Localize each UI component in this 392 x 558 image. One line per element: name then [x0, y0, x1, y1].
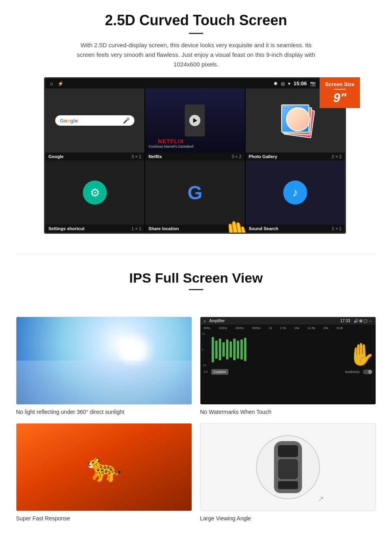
netflix-logo: NETFLIX [148, 138, 193, 145]
amp-bar-6 [230, 341, 232, 358]
cheetah-emoji: 🐆 [87, 451, 122, 484]
app-cell-netflix[interactable]: NETFLIX Continue Marvel's Daredevil Netf… [145, 88, 244, 161]
toggle-knob [368, 370, 372, 374]
badge-label: Screen Size [325, 81, 354, 87]
amplifier-visual: ⌂ Amplifier 17:33 🔊 ⊠ ▢ ← 60hz 100hz 200… [200, 317, 376, 404]
cheetah-image: 🐆 [16, 423, 192, 511]
status-time: 15:06 [294, 80, 307, 86]
bluetooth-icon: ✱ [274, 81, 278, 86]
maps-letter-icon: G [188, 182, 202, 204]
google-logo: Google [60, 118, 78, 124]
amp-bar-8 [237, 341, 239, 359]
share-name: Share location [148, 226, 179, 231]
google-mic-icon[interactable]: 🎤 [123, 117, 130, 124]
feature-sunlight: No light reflecting under 360° direct su… [16, 317, 192, 415]
car-topview: ↗ [256, 435, 320, 499]
app-cell-settings[interactable]: ⚙ Settings shortcut 1 × 1 [45, 161, 144, 233]
section-divider-hr [16, 254, 376, 254]
google-name: Google [48, 154, 64, 159]
section-ips: IPS Full Screen View [0, 266, 392, 309]
settings-name: Settings shortcut [48, 226, 84, 231]
app-grid-bottom: ⚙ Settings shortcut 1 × 1 G 🤚 [45, 161, 345, 233]
section-curved-touch: 2.5D Curved Touch Screen With 2.5D curve… [0, 0, 392, 242]
amp-bar-1 [212, 337, 214, 362]
play-button[interactable] [189, 115, 200, 126]
amp-bar-3 [219, 339, 221, 360]
netflix-info: NETFLIX Continue Marvel's Daredevil [148, 138, 193, 149]
amp-back: << [204, 370, 208, 374]
amplifier-caption: No Watermarks When Touch [200, 409, 376, 415]
feature-cheetah: 🐆 Super Fast Response [16, 423, 192, 522]
amp-loudness: loudness [345, 370, 360, 374]
home-icon[interactable]: ⌂ [50, 81, 53, 86]
gallery-app-label: Photo Gallery 2 × 2 [246, 153, 345, 161]
play-triangle-icon [193, 118, 197, 123]
amp-controls: << Custom loudness [200, 367, 376, 376]
sound-app-label: Sound Search 1 × 1 [246, 225, 345, 233]
amp-icons: 🔊 ⊠ ▢ ← [354, 319, 372, 323]
amplifier-image: ⌂ Amplifier 17:33 🔊 ⊠ ▢ ← 60hz 100hz 200… [200, 317, 376, 405]
amp-header: ⌂ Amplifier 17:33 🔊 ⊠ ▢ ← [200, 317, 376, 325]
camera-icon: 📷 [310, 81, 316, 86]
google-size: 3 × 1 [132, 154, 142, 159]
touch-hand-icon: 🤚 [214, 216, 260, 234]
wifi-icon: ▾ [288, 81, 290, 86]
car-rear-windshield [278, 481, 298, 489]
badge-size: 9" [333, 90, 346, 105]
gallery-name: Photo Gallery [249, 154, 278, 159]
sky-gradient [16, 361, 192, 404]
app-grid-top: Google 🎤 Google 3 × 1 [45, 88, 345, 161]
netflix-name: Netflix [148, 154, 162, 159]
feature-car: ↗ Large Viewing Angle [200, 423, 376, 522]
app-cell-share[interactable]: G 🤚 Share location 1 × 1 [145, 161, 244, 233]
amp-equalizer: 10 0 -10 [200, 331, 376, 367]
cheetah-caption: Super Fast Response [16, 515, 192, 522]
car-image: ↗ [200, 423, 376, 511]
amp-bar-9 [240, 339, 243, 359]
amp-time: 17:33 [340, 319, 350, 323]
car-visual: ↗ [200, 424, 376, 511]
netflix-app-label: Netflix 3 × 2 [145, 153, 244, 161]
amp-bar-4 [222, 342, 225, 357]
amp-bars-container [212, 331, 246, 367]
sound-size: 1 × 1 [332, 226, 342, 231]
gallery-photo-3 [281, 104, 309, 132]
badge-divider [334, 89, 346, 90]
amp-bar-5 [226, 339, 228, 359]
netflix-app-inner: NETFLIX Continue Marvel's Daredevil [145, 88, 244, 153]
amp-bar-10 [244, 338, 246, 361]
section1-description: With 2.5D curved-display screen, this de… [76, 40, 316, 69]
gallery-stack [279, 104, 311, 136]
google-search-bar[interactable]: Google 🎤 [55, 115, 135, 126]
section1-title: 2.5D Curved Touch Screen [24, 12, 368, 29]
cheetah-visual: 🐆 [16, 424, 192, 511]
settings-app-label: Settings shortcut 1 × 1 [45, 225, 144, 233]
amp-toggle[interactable] [363, 369, 372, 374]
google-app-label: Google 3 × 1 [45, 153, 144, 161]
feature-amplifier: ⌂ Amplifier 17:33 🔊 ⊠ ▢ ← 60hz 100hz 200… [200, 317, 376, 415]
sound-app-inner: ♪ [246, 161, 345, 225]
amp-bar-7 [233, 339, 236, 360]
sound-icon-circle: ♪ [283, 181, 307, 205]
amp-home-icon: ⌂ [204, 319, 206, 323]
sunlight-image [16, 317, 192, 405]
amp-custom: Custom [211, 369, 228, 375]
sunlight-visual [16, 317, 192, 404]
amp-scale: 10 0 -10 [200, 331, 208, 367]
amp-freq-labels: 60hz 100hz 200hz 500hz 1k 2.5k 10k 12.5k… [200, 325, 376, 331]
car-circle [256, 435, 320, 499]
angle-arrow-icon: ↗ [318, 494, 324, 503]
google-app-inner: Google 🎤 [45, 88, 144, 153]
app-cell-google[interactable]: Google 🎤 Google 3 × 1 [45, 88, 144, 161]
sunlight-caption: No light reflecting under 360° direct su… [16, 409, 192, 415]
gear-icon: ⚙ [90, 186, 100, 199]
settings-app-inner: ⚙ [45, 161, 144, 225]
section2-title: IPS Full Screen View [24, 270, 368, 286]
app-cell-sound[interactable]: ♪ Sound Search 1 × 1 [246, 161, 345, 233]
amp-hand-icon: ✋ [348, 341, 376, 367]
music-note-icon: ♪ [292, 186, 298, 199]
screen-size-badge: Screen Size 9" [320, 77, 360, 108]
amp-bar-2 [215, 341, 218, 359]
car-body [274, 441, 302, 493]
amp-title: Amplifier [209, 319, 225, 323]
